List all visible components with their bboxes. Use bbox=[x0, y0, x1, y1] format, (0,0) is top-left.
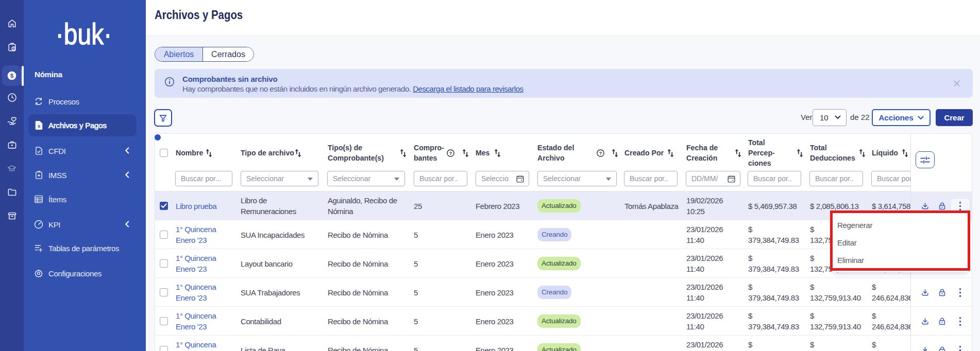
svg-text:?: ? bbox=[599, 151, 602, 156]
svg-text:$: $ bbox=[10, 72, 14, 79]
svg-text:s: s bbox=[37, 123, 40, 128]
svg-text:?: ? bbox=[449, 151, 452, 156]
